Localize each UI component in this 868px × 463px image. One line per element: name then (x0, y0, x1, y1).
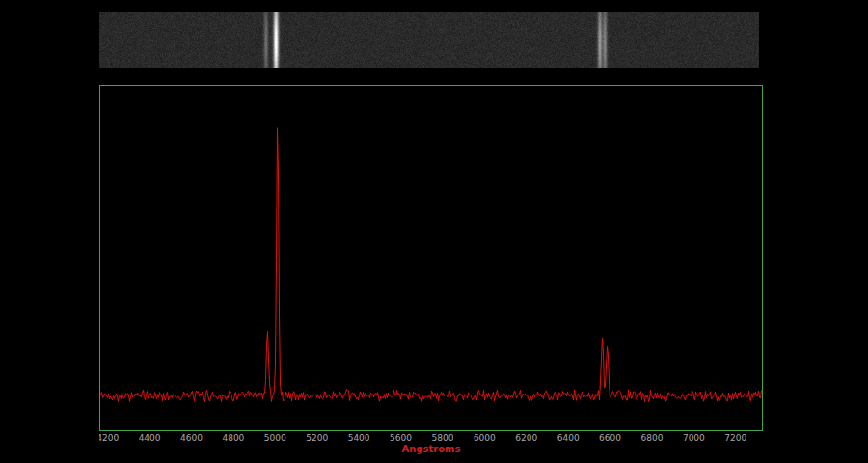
x-tick-label: 5600 (390, 433, 412, 444)
x-tick-label: 6400 (557, 433, 580, 444)
spectrum-2d-strip-image (99, 12, 759, 68)
x-tick-label: 6600 (599, 433, 621, 444)
x-tick-label: 5200 (306, 433, 328, 444)
x-axis-label: Angstroms (99, 444, 763, 454)
spectrum-plot-frame (99, 85, 763, 431)
x-tick-label: 4600 (180, 433, 203, 444)
x-tick-label: 6000 (474, 433, 496, 444)
x-tick-label: 6800 (641, 433, 664, 444)
spectrum-plot-canvas (100, 86, 762, 430)
x-tick-label: 4200 (99, 433, 119, 444)
x-tick-label: 5400 (348, 433, 370, 444)
x-tick-label: 4800 (222, 433, 244, 444)
x-tick-label: 5000 (264, 433, 286, 444)
x-tick-label: 6200 (515, 433, 537, 444)
spectroscopy-window: 4200440046004800500052005400560058006000… (0, 0, 868, 463)
x-tick-label: 4400 (139, 433, 161, 444)
x-tick-label: 7000 (683, 433, 705, 444)
x-tick-label: 5800 (431, 433, 453, 444)
x-tick-label: 7200 (724, 433, 746, 444)
